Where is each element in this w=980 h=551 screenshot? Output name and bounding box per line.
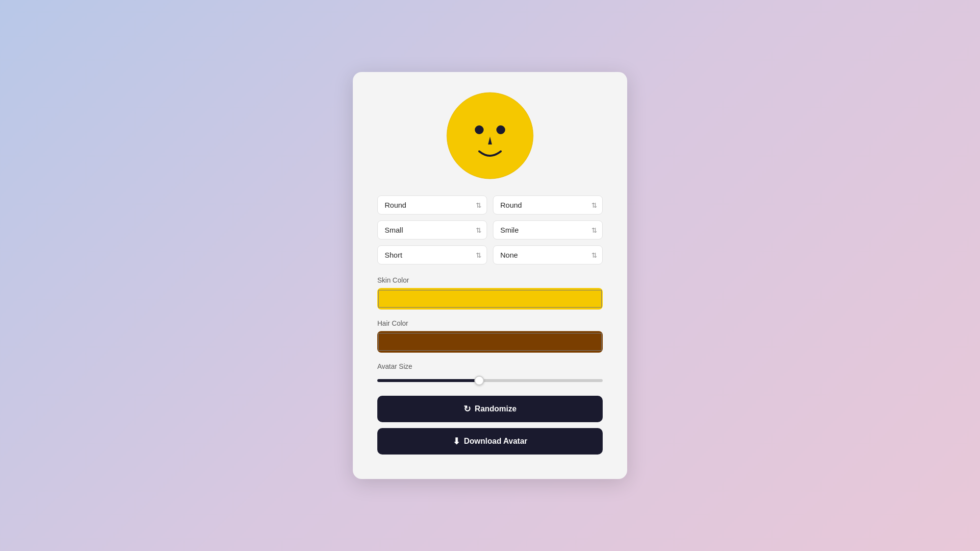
avatar-preview [446, 92, 534, 180]
avatar-card: Round Oval Square ⇅ Round Oval Square ⇅ … [353, 72, 627, 479]
randomize-label: Randomize [475, 405, 516, 413]
nose-size-select-wrapper: Small Medium Large ⇅ [377, 220, 487, 240]
download-button[interactable]: ⬇ Download Avatar [377, 428, 603, 455]
avatar-size-section: Avatar Size [377, 362, 603, 384]
hair-color-input[interactable] [377, 331, 603, 353]
face-shape-select-wrapper: Round Oval Square ⇅ [377, 195, 487, 215]
download-icon: ⬇ [453, 436, 460, 447]
avatar-size-slider[interactable] [377, 379, 603, 382]
nose-size-select[interactable]: Small Medium Large [378, 221, 487, 239]
skin-color-input[interactable] [377, 288, 603, 310]
eye-shape-select-wrapper: Round Oval Square ⇅ [493, 195, 603, 215]
face-shape-select[interactable]: Round Oval Square [378, 196, 487, 214]
hair-color-section: Hair Color [377, 319, 603, 353]
download-label: Download Avatar [464, 437, 528, 446]
hair-style-select[interactable]: Short Medium Long [378, 246, 487, 264]
skin-color-label: Skin Color [377, 276, 603, 284]
randomize-icon: ↻ [464, 404, 471, 414]
facial-hair-select[interactable]: None Beard Mustache [493, 246, 602, 264]
mouth-type-select[interactable]: Smile Frown Neutral [493, 221, 602, 239]
svg-point-0 [447, 93, 533, 179]
hair-style-select-wrapper: Short Medium Long ⇅ [377, 245, 487, 264]
dropdowns-grid: Round Oval Square ⇅ Round Oval Square ⇅ … [377, 195, 603, 264]
facial-hair-select-wrapper: None Beard Mustache ⇅ [493, 245, 603, 264]
svg-point-2 [496, 125, 505, 134]
buttons-section: ↻ Randomize ⬇ Download Avatar [377, 396, 603, 455]
hair-color-label: Hair Color [377, 319, 603, 327]
avatar-size-label: Avatar Size [377, 362, 603, 370]
mouth-type-select-wrapper: Smile Frown Neutral ⇅ [493, 220, 603, 240]
eye-shape-select[interactable]: Round Oval Square [493, 196, 602, 214]
svg-point-1 [475, 125, 484, 134]
randomize-button[interactable]: ↻ Randomize [377, 396, 603, 422]
skin-color-section: Skin Color [377, 276, 603, 310]
